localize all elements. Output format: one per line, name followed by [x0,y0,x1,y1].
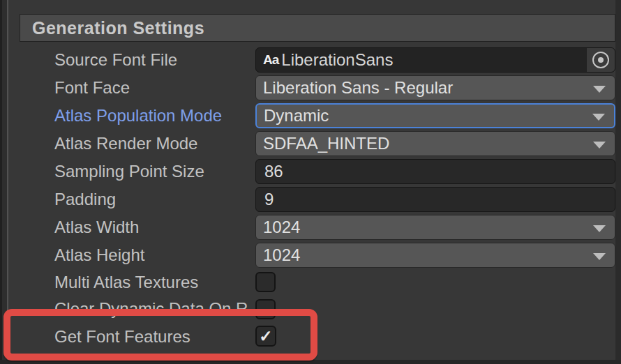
panel-left-edge [0,0,8,364]
source-font-file-object-field[interactable]: Aa LiberationSans [255,47,615,73]
checkmark-icon: ✓ [259,327,272,345]
generation-settings-header[interactable]: Generation Settings [20,14,615,42]
atlas-height-dropdown[interactable]: 1024 [255,243,615,268]
multi-atlas-textures-label: Multi Atlas Textures [54,271,254,294]
font-face-value: Liberation Sans - Regular [263,78,453,97]
atlas-width-value: 1024 [263,218,300,236]
sampling-point-size-input[interactable] [255,159,615,184]
object-picker-icon [592,52,609,68]
atlas-render-mode-value: SDFAA_HINTED [263,134,389,153]
source-font-file-value: LiberationSans [281,50,393,70]
atlas-height-label: Atlas Height [54,243,254,268]
multi-atlas-textures-checkbox[interactable] [255,272,276,292]
padding-input[interactable] [255,187,615,212]
chevron-down-icon [593,86,606,93]
padding-label: Padding [54,187,254,212]
font-asset-icon: Aa [263,52,278,68]
get-font-features-checkbox[interactable]: ✓ [255,326,276,347]
panel-right-edge [615,0,621,364]
font-face-label: Font Face [54,75,254,100]
sampling-point-size-label: Sampling Point Size [54,159,254,184]
clear-dynamic-data-checkbox[interactable] [255,299,276,319]
chevron-down-icon [592,114,605,121]
object-picker-button[interactable] [587,48,615,72]
source-font-file-label: Source Font File [54,47,254,73]
atlas-population-mode-dropdown[interactable]: Dynamic [255,103,615,128]
get-font-features-label: Get Font Features [54,326,254,348]
chevron-down-icon [593,253,606,260]
atlas-population-mode-label: Atlas Population Mode [54,103,254,128]
atlas-population-mode-value: Dynamic [264,106,329,125]
panel-bottom-edge [0,360,621,364]
chevron-down-icon [593,225,606,232]
atlas-height-value: 1024 [263,245,300,264]
font-face-dropdown[interactable]: Liberation Sans - Regular [255,75,615,100]
atlas-render-mode-label: Atlas Render Mode [54,131,254,156]
atlas-render-mode-dropdown[interactable]: SDFAA_HINTED [255,131,615,156]
clear-dynamic-data-label: Clear Dynamic Data On R [54,298,254,320]
atlas-width-dropdown[interactable]: 1024 [255,215,615,240]
chevron-down-icon [593,142,606,149]
atlas-width-label: Atlas Width [54,215,254,240]
